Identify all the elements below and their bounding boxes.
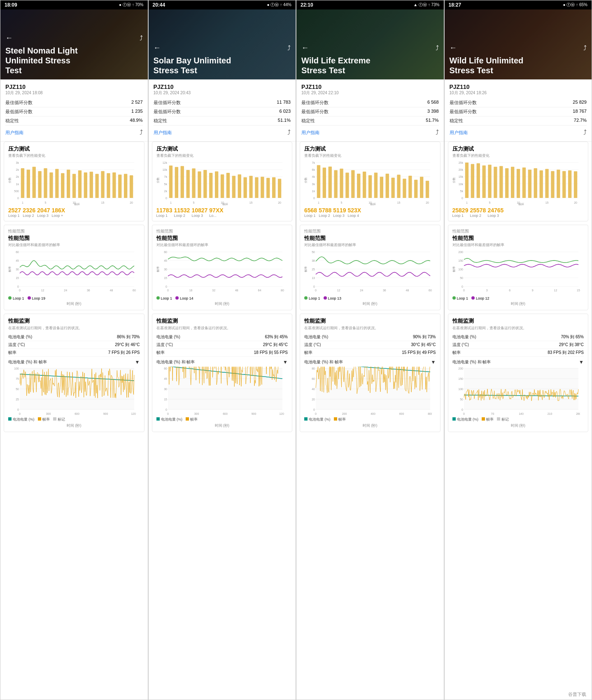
svg-rect-245 bbox=[562, 171, 566, 198]
stress-test-card: 压力测试 查看负载下的性能变化02k5k7k10k12k15101520循环分数… bbox=[152, 142, 293, 221]
svg-text:150: 150 bbox=[458, 377, 463, 380]
svg-rect-173 bbox=[414, 180, 417, 198]
svg-rect-228 bbox=[465, 163, 468, 198]
perf-range-label: 性能范围 bbox=[304, 228, 436, 234]
svg-text:400: 400 bbox=[371, 412, 375, 415]
monitor-label: 温度 (°C) bbox=[452, 342, 469, 348]
status-icons: ▲ ⓕⓦ ↑ 73% bbox=[413, 2, 439, 8]
guide-label[interactable]: 用户指南 bbox=[450, 130, 468, 136]
back-icon[interactable]: ← bbox=[450, 44, 457, 52]
legend-loop1: Loop 1 bbox=[156, 296, 172, 300]
svg-text:7k: 7k bbox=[312, 161, 315, 164]
perf-range-subtitle: 对比最佳循环和最差循环的帧率 bbox=[8, 242, 140, 248]
share-button[interactable]: ⤴ bbox=[583, 129, 587, 136]
share-icon[interactable]: ⤴ bbox=[140, 35, 143, 42]
dropdown-arrow-icon: ▼ bbox=[135, 359, 140, 365]
guide-label[interactable]: 用户指南 bbox=[154, 130, 172, 136]
chart-dropdown[interactable]: 电池电量 (%) 和 帧率 ▼ bbox=[156, 357, 288, 367]
svg-text:循环: 循环 bbox=[74, 203, 80, 205]
monitor-row: 电池电量 (%) 90% 到 73% bbox=[304, 333, 436, 341]
svg-rect-25 bbox=[95, 174, 98, 198]
hero-title: Wild Life Unlimited Stress Test bbox=[450, 56, 587, 75]
monitor-time-label: 时间 (秒) bbox=[8, 423, 140, 428]
svg-text:0: 0 bbox=[165, 197, 167, 200]
stress-test-card: 压力测试 查看负载下的性能变化05001k2k2k3k15101520循环分数2… bbox=[4, 142, 145, 221]
stat-label: 最低循环分数 bbox=[301, 109, 329, 115]
stress-bar-chart: 05001k2k2k3k15101520循环分数 bbox=[8, 160, 140, 205]
loop-number: 6568 bbox=[304, 207, 317, 214]
svg-rect-229 bbox=[471, 164, 474, 198]
stat-value: 18 767 bbox=[573, 109, 587, 115]
share-button[interactable]: ⤴ bbox=[140, 129, 143, 136]
back-icon[interactable]: ← bbox=[154, 44, 161, 52]
footer-brand: 谷普下载 bbox=[566, 691, 589, 698]
loop-number: 97XX bbox=[209, 207, 223, 214]
svg-text:900: 900 bbox=[251, 412, 256, 415]
stat-row: 稳定性 51.7% bbox=[301, 116, 439, 126]
status-bar: 22:10 ▲ ⓕⓦ ↑ 73% bbox=[296, 0, 444, 9]
stat-label: 最佳循环分数 bbox=[5, 100, 33, 106]
svg-text:9: 9 bbox=[531, 289, 533, 292]
info-section: PJZ110 10月 29, 2024 18:26最佳循环分数 25 829最低… bbox=[445, 79, 592, 142]
monitor-label: 温度 (°C) bbox=[156, 342, 173, 348]
svg-text:1: 1 bbox=[22, 201, 23, 204]
svg-text:30: 30 bbox=[164, 388, 167, 391]
share-button[interactable]: ⤴ bbox=[287, 129, 291, 136]
svg-text:40: 40 bbox=[312, 388, 315, 391]
svg-rect-93 bbox=[220, 174, 224, 198]
share-icon[interactable]: ⤴ bbox=[287, 44, 291, 52]
svg-text:75: 75 bbox=[16, 377, 19, 380]
loop-label: Loop 3 bbox=[333, 214, 345, 218]
stat-value: 51.1% bbox=[278, 118, 291, 124]
back-icon[interactable]: ← bbox=[301, 44, 309, 52]
loop-score-item: 5788 Loop 2 bbox=[319, 207, 331, 218]
stat-label: 最佳循环分数 bbox=[154, 100, 181, 106]
monitor-row: 帧率 83 FPS 到 202 FPS bbox=[452, 349, 584, 357]
bottom-legend: 电池电量 (%) 帧率 bbox=[156, 417, 288, 422]
svg-text:20: 20 bbox=[574, 201, 577, 204]
svg-text:2k: 2k bbox=[164, 190, 167, 193]
svg-text:1: 1 bbox=[466, 201, 467, 204]
svg-text:12: 12 bbox=[337, 289, 340, 292]
device-date: 10月 29, 2024 22:10 bbox=[301, 90, 439, 96]
svg-text:80: 80 bbox=[312, 367, 315, 370]
perf-range-title: 性能范围 bbox=[8, 235, 140, 242]
svg-text:80: 80 bbox=[281, 289, 284, 292]
loop-score-item: 2047 Loop 3 bbox=[37, 207, 50, 218]
legend-loop2: Loop 12 bbox=[471, 296, 489, 300]
share-icon[interactable]: ⤴ bbox=[583, 44, 587, 52]
share-button[interactable]: ⤴ bbox=[436, 129, 439, 136]
svg-text:1k: 1k bbox=[312, 190, 315, 193]
monitor-label: 温度 (°C) bbox=[8, 342, 25, 348]
svg-text:3k: 3k bbox=[312, 183, 315, 186]
hero-section: ← ⤴Solar Bay Unlimited Stress Test bbox=[149, 9, 296, 79]
svg-text:3k: 3k bbox=[16, 161, 19, 164]
guide-label[interactable]: 用户指南 bbox=[301, 130, 319, 136]
legend-loop1: Loop 1 bbox=[452, 296, 468, 300]
guide-label[interactable]: 用户指南 bbox=[5, 130, 23, 136]
device-name: PJZ110 bbox=[301, 84, 439, 90]
svg-rect-236 bbox=[510, 167, 514, 198]
chart-dropdown[interactable]: 电池电量 (%) 和 帧率 ▼ bbox=[8, 357, 140, 367]
chart-dropdown[interactable]: 电池电量 (%) 和 帧率 ▼ bbox=[304, 357, 436, 367]
loop-label: Loop 1 bbox=[452, 214, 464, 218]
svg-text:25: 25 bbox=[16, 398, 19, 401]
svg-text:30: 30 bbox=[16, 268, 19, 271]
svg-rect-231 bbox=[482, 165, 485, 198]
share-icon[interactable]: ⤴ bbox=[436, 44, 439, 52]
svg-text:0: 0 bbox=[167, 289, 169, 292]
loop-label: Loop 4 bbox=[347, 214, 359, 218]
svg-text:0: 0 bbox=[17, 408, 19, 411]
svg-rect-230 bbox=[476, 163, 480, 198]
svg-rect-14 bbox=[33, 167, 36, 198]
chart-dropdown[interactable]: 电池电量 (%) 和 帧率 ▼ bbox=[452, 357, 584, 367]
stat-value: 1 235 bbox=[131, 109, 143, 115]
loop-score-item: 11532 Loop 2 bbox=[174, 207, 190, 218]
monitor-row: 电池电量 (%) 63% 到 45% bbox=[156, 333, 288, 341]
svg-text:60: 60 bbox=[429, 289, 432, 292]
stat-value: 72.7% bbox=[574, 118, 587, 124]
loop-score-item: 6568 Loop 1 bbox=[304, 207, 317, 218]
svg-rect-246 bbox=[568, 170, 571, 198]
back-icon[interactable]: ← bbox=[5, 34, 13, 42]
svg-text:0: 0 bbox=[19, 412, 21, 415]
